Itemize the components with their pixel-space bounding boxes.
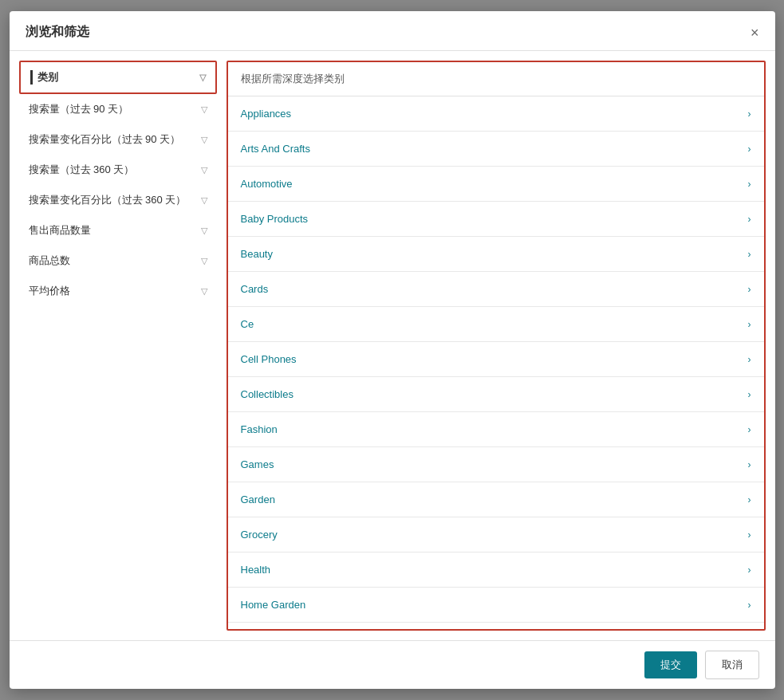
filter-icon-sold-count: ▽ (201, 226, 207, 236)
chevron-right-icon: › (748, 249, 751, 260)
modal-header: 浏览和筛选 × (10, 11, 775, 51)
sidebar-item-avg-price-label: 平均价格 (29, 284, 70, 298)
sidebar-item-sold-count-label: 售出商品数量 (29, 223, 91, 238)
category-row[interactable]: Garden› (228, 482, 764, 517)
category-row[interactable]: Arts And Crafts› (228, 132, 764, 167)
sidebar-item-search360-label: 搜索量（过去 360 天） (29, 163, 135, 177)
chevron-right-icon: › (748, 564, 751, 576)
sidebar-item-total-products-label: 商品总数 (29, 254, 70, 268)
modal-overlay: 浏览和筛选 × 类别 ▽ 搜索量（过去 90 天） ▽ 搜索量变化百分比（过去 … (0, 0, 784, 700)
chevron-right-icon: › (748, 600, 751, 611)
modal-title: 浏览和筛选 (26, 24, 89, 41)
category-label: Arts And Crafts (241, 143, 310, 155)
category-row[interactable]: Collectibles› (228, 377, 764, 412)
category-label: Ce (241, 318, 254, 330)
category-label: Home Garden (241, 599, 306, 611)
modal-footer: 提交 取消 (10, 640, 775, 689)
modal-body: 类别 ▽ 搜索量（过去 90 天） ▽ 搜索量变化百分比（过去 90 天） ▽ … (10, 51, 775, 640)
chevron-right-icon: › (748, 214, 751, 225)
category-row[interactable]: Health› (228, 553, 764, 588)
category-row[interactable]: Fashion› (228, 412, 764, 447)
sidebar-item-category-label: 类别 (30, 70, 58, 85)
sidebar-item-search90-label: 搜索量（过去 90 天） (29, 102, 129, 116)
chevron-right-icon: › (748, 144, 751, 155)
category-row[interactable]: Cards› (228, 272, 764, 307)
category-row[interactable]: Beauty› (228, 237, 764, 272)
category-label: Games (241, 458, 274, 470)
sidebar-item-search-change360-label: 搜索量变化百分比（过去 360 天） (29, 193, 187, 207)
category-label: Appliances (241, 108, 292, 120)
category-list: Appliances›Arts And Crafts›Automotive›Ba… (228, 96, 764, 629)
close-button[interactable]: × (751, 26, 759, 40)
category-label: Automotive (241, 178, 293, 190)
sidebar-item-avg-price[interactable]: 平均价格 ▽ (19, 276, 217, 306)
category-row[interactable]: Home Improvement› (228, 623, 764, 629)
sidebar-item-search90[interactable]: 搜索量（过去 90 天） ▽ (19, 94, 217, 124)
category-row[interactable]: Appliances› (228, 96, 764, 132)
category-row[interactable]: Baby Products› (228, 202, 764, 237)
category-label: Collectibles (241, 388, 294, 400)
chevron-right-icon: › (748, 459, 751, 470)
sidebar-item-total-products[interactable]: 商品总数 ▽ (19, 246, 217, 276)
sidebar-item-search-change90[interactable]: 搜索量变化百分比（过去 90 天） ▽ (19, 124, 217, 155)
chevron-right-icon: › (748, 319, 751, 330)
category-row[interactable]: Games› (228, 447, 764, 482)
chevron-right-icon: › (748, 529, 751, 541)
category-label: Cards (241, 283, 269, 295)
modal: 浏览和筛选 × 类别 ▽ 搜索量（过去 90 天） ▽ 搜索量变化百分比（过去 … (10, 11, 775, 689)
category-label: Health (241, 564, 271, 576)
category-label: Garden (241, 494, 275, 505)
filter-icon-total-products: ▽ (201, 256, 207, 266)
filter-icon-category: ▽ (199, 73, 206, 83)
chevron-right-icon: › (748, 354, 751, 365)
chevron-right-icon: › (748, 284, 751, 295)
category-panel: 根据所需深度选择类别 Appliances›Arts And Crafts›Au… (227, 61, 766, 631)
filter-icon-search90: ▽ (201, 104, 207, 115)
category-label: Fashion (241, 423, 278, 435)
sidebar-item-sold-count[interactable]: 售出商品数量 ▽ (19, 215, 217, 246)
sidebar-item-search-change90-label: 搜索量变化百分比（过去 90 天） (29, 132, 181, 147)
category-row[interactable]: Grocery› (228, 517, 764, 553)
sidebar-item-search-change360[interactable]: 搜索量变化百分比（过去 360 天） ▽ (19, 185, 217, 215)
category-panel-header: 根据所需深度选择类别 (228, 62, 764, 96)
category-label: Grocery (241, 529, 278, 541)
category-row[interactable]: Ce› (228, 307, 764, 342)
category-row[interactable]: Automotive› (228, 167, 764, 202)
filter-icon-search-change360: ▽ (201, 195, 207, 206)
chevron-right-icon: › (748, 494, 751, 505)
chevron-right-icon: › (748, 179, 751, 190)
category-label: Beauty (241, 248, 273, 260)
category-label: Baby Products (241, 213, 309, 225)
sidebar-item-category[interactable]: 类别 ▽ (19, 61, 217, 94)
cancel-button[interactable]: 取消 (705, 651, 759, 679)
category-row[interactable]: Home Garden› (228, 588, 764, 623)
chevron-right-icon: › (748, 389, 751, 400)
chevron-right-icon: › (748, 108, 751, 120)
filter-icon-search360: ▽ (201, 165, 207, 175)
category-label: Cell Phones (241, 353, 297, 365)
filter-icon-search-change90: ▽ (201, 135, 207, 145)
sidebar-item-search360[interactable]: 搜索量（过去 360 天） ▽ (19, 155, 217, 185)
category-row[interactable]: Cell Phones› (228, 342, 764, 377)
submit-button[interactable]: 提交 (644, 651, 697, 678)
filter-icon-avg-price: ▽ (201, 286, 207, 297)
chevron-right-icon: › (748, 424, 751, 435)
sidebar: 类别 ▽ 搜索量（过去 90 天） ▽ 搜索量变化百分比（过去 90 天） ▽ … (19, 61, 217, 631)
